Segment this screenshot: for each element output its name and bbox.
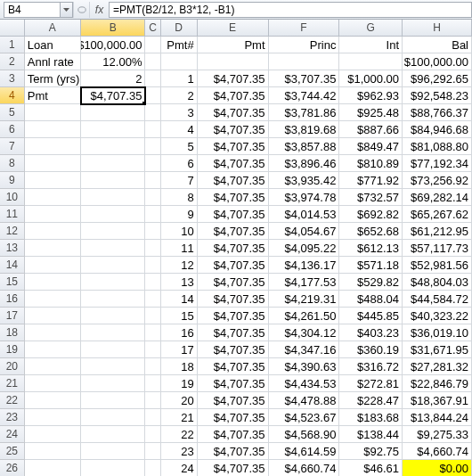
cell-A17[interactable] — [25, 308, 81, 324]
cell-E22[interactable]: $4,707.35 — [198, 392, 269, 409]
cell-B24[interactable] — [81, 426, 145, 443]
cell-B13[interactable] — [81, 240, 145, 257]
cell-H17[interactable]: $40,323.22 — [403, 308, 472, 324]
cell-E4[interactable]: $4,707.35 — [198, 87, 269, 104]
cell-B5[interactable] — [81, 104, 145, 121]
cell-D5[interactable]: 3 — [161, 104, 198, 121]
cell-C26[interactable] — [145, 460, 160, 476]
cell-G8[interactable]: $810.89 — [339, 155, 403, 172]
cell-G19[interactable]: $360.19 — [339, 341, 403, 358]
name-box[interactable] — [4, 2, 61, 18]
row-header-17[interactable]: 17 — [0, 308, 25, 324]
cell-H3[interactable]: $96,292.65 — [403, 70, 472, 87]
cell-B8[interactable] — [81, 155, 145, 172]
cell-D8[interactable]: 6 — [161, 155, 198, 172]
cell-D12[interactable]: 10 — [161, 223, 198, 240]
cell-F23[interactable]: $4,523.67 — [269, 409, 340, 426]
row-header-14[interactable]: 14 — [0, 257, 25, 274]
row-header-19[interactable]: 19 — [0, 341, 25, 358]
cell-F6[interactable]: $3,819.68 — [269, 121, 340, 138]
cell-D1[interactable]: Pmt# — [161, 37, 198, 53]
cell-B4[interactable]: $4,707.35 — [81, 87, 145, 104]
col-header-B[interactable]: B — [81, 20, 145, 37]
cell-F21[interactable]: $4,434.53 — [269, 375, 340, 392]
cell-H10[interactable]: $69,282.14 — [403, 189, 472, 206]
row-header-8[interactable]: 8 — [0, 155, 25, 172]
cell-D23[interactable]: 21 — [161, 409, 198, 426]
cell-C21[interactable] — [145, 375, 160, 392]
cell-D22[interactable]: 20 — [161, 392, 198, 409]
fx-icon[interactable]: fx — [89, 2, 109, 18]
cell-H24[interactable]: $9,275.33 — [403, 426, 472, 443]
cell-B16[interactable] — [81, 291, 145, 308]
cell-H18[interactable]: $36,019.10 — [403, 324, 472, 341]
cell-D13[interactable]: 11 — [161, 240, 198, 257]
cell-B7[interactable] — [81, 138, 145, 155]
cell-F24[interactable]: $4,568.90 — [269, 426, 340, 443]
cell-E26[interactable]: $4,707.35 — [198, 460, 269, 476]
cell-C9[interactable] — [145, 172, 160, 189]
cell-C16[interactable] — [145, 291, 160, 308]
row-header-24[interactable]: 24 — [0, 426, 25, 443]
cell-C2[interactable] — [145, 53, 160, 70]
cell-C14[interactable] — [145, 257, 160, 274]
cell-B11[interactable] — [81, 206, 145, 223]
cell-F15[interactable]: $4,177.53 — [269, 274, 340, 291]
cell-A15[interactable] — [25, 274, 81, 291]
cell-H8[interactable]: $77,192.34 — [403, 155, 472, 172]
cell-C18[interactable] — [145, 324, 160, 341]
row-header-7[interactable]: 7 — [0, 138, 25, 155]
cell-E9[interactable]: $4,707.35 — [198, 172, 269, 189]
row-header-2[interactable]: 2 — [0, 53, 25, 70]
cell-H12[interactable]: $61,212.95 — [403, 223, 472, 240]
cell-H4[interactable]: $92,548.23 — [403, 87, 472, 104]
cell-E13[interactable]: $4,707.35 — [198, 240, 269, 257]
cell-G24[interactable]: $138.44 — [339, 426, 403, 443]
cell-D3[interactable]: 1 — [161, 70, 198, 87]
cell-A26[interactable] — [25, 460, 81, 476]
cell-D18[interactable]: 16 — [161, 324, 198, 341]
cell-G18[interactable]: $403.23 — [339, 324, 403, 341]
cell-G15[interactable]: $529.82 — [339, 274, 403, 291]
cell-G23[interactable]: $183.68 — [339, 409, 403, 426]
cell-F4[interactable]: $3,744.42 — [269, 87, 340, 104]
cell-C25[interactable] — [145, 443, 160, 460]
cell-E17[interactable]: $4,707.35 — [198, 308, 269, 324]
cell-D10[interactable]: 8 — [161, 189, 198, 206]
cell-E3[interactable]: $4,707.35 — [198, 70, 269, 87]
cell-G1[interactable]: Int — [339, 37, 403, 53]
cell-G13[interactable]: $612.13 — [339, 240, 403, 257]
cell-E1[interactable]: Pmt — [198, 37, 269, 53]
cell-E5[interactable]: $4,707.35 — [198, 104, 269, 121]
cell-C6[interactable] — [145, 121, 160, 138]
row-header-6[interactable]: 6 — [0, 121, 25, 138]
worksheet-grid[interactable]: A B C D E F G H 1 Loan $100,000.00 Pmt# … — [0, 20, 472, 476]
cell-F19[interactable]: $4,347.16 — [269, 341, 340, 358]
cell-F10[interactable]: $3,974.78 — [269, 189, 340, 206]
cell-C11[interactable] — [145, 206, 160, 223]
cell-B1[interactable]: $100,000.00 — [81, 37, 145, 53]
cell-B20[interactable] — [81, 358, 145, 375]
cell-H6[interactable]: $84,946.68 — [403, 121, 472, 138]
cell-E15[interactable]: $4,707.35 — [198, 274, 269, 291]
cell-G5[interactable]: $925.48 — [339, 104, 403, 121]
cell-H5[interactable]: $88,766.37 — [403, 104, 472, 121]
cell-F13[interactable]: $4,095.22 — [269, 240, 340, 257]
row-header-11[interactable]: 11 — [0, 206, 25, 223]
row-header-4[interactable]: 4 — [0, 87, 25, 104]
cell-D6[interactable]: 4 — [161, 121, 198, 138]
name-box-dropdown[interactable] — [61, 2, 73, 18]
cell-E6[interactable]: $4,707.35 — [198, 121, 269, 138]
row-header-21[interactable]: 21 — [0, 375, 25, 392]
cell-C3[interactable] — [145, 70, 160, 87]
cell-E24[interactable]: $4,707.35 — [198, 426, 269, 443]
cell-H26[interactable]: $0.00 — [403, 460, 472, 476]
cell-A8[interactable] — [25, 155, 81, 172]
cell-H23[interactable]: $13,844.24 — [403, 409, 472, 426]
cell-F7[interactable]: $3,857.88 — [269, 138, 340, 155]
cell-E16[interactable]: $4,707.35 — [198, 291, 269, 308]
row-header-15[interactable]: 15 — [0, 274, 25, 291]
cell-B2[interactable]: 12.00% — [81, 53, 145, 70]
cell-A11[interactable] — [25, 206, 81, 223]
cell-B17[interactable] — [81, 308, 145, 324]
